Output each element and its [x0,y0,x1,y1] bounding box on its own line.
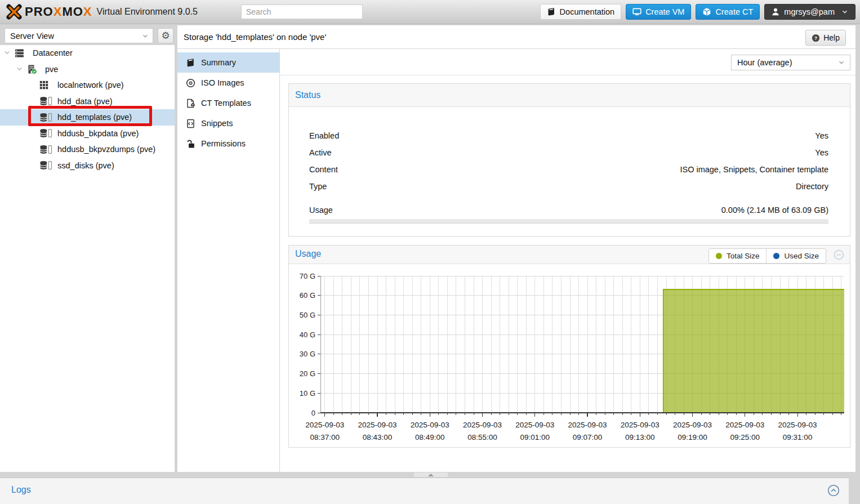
svg-text:08:43:00: 08:43:00 [363,433,393,441]
create-vm-label: Create VM [645,7,684,16]
svg-text:0: 0 [311,409,315,417]
documentation-label: Documentation [560,7,615,16]
usage-panel-title: Usage [295,249,321,259]
status-label: Type [309,182,327,191]
status-row-content: ContentISO image, Snippets, Container te… [309,165,828,174]
logs-splitter-handle[interactable] [414,472,448,477]
create-ct-button[interactable]: Create CT [696,4,760,20]
menu-item-label: Permissions [201,139,246,148]
chevron-down-icon [141,32,149,40]
menu-item-label: ISO Images [201,78,244,87]
storage-icon [39,128,52,138]
minus-circle-icon[interactable] [834,249,844,260]
legend-label: Used Size [784,252,819,260]
status-row-active: ActiveYes [309,148,828,157]
svg-text:70 G: 70 G [300,272,315,280]
tree-expander-icon[interactable] [3,49,11,57]
svg-text:09:25:00: 09:25:00 [730,433,760,441]
status-label: Enabled [309,131,339,140]
svg-text:2025-09-03: 2025-09-03 [621,421,660,429]
status-panel-header: Status [289,84,850,107]
tree-item-label: hdd_data (pve) [57,97,113,106]
tree-item-hdd-data-pve[interactable]: hdd_data (pve) [0,93,175,110]
legend-item-used-size[interactable]: Used Size [766,249,826,263]
tree-expander-icon[interactable] [16,65,24,73]
svg-text:2025-09-03: 2025-09-03 [778,421,817,429]
version-subtitle: Virtual Environment 9.0.5 [97,7,198,17]
tree-item-label: Datacenter [33,48,73,57]
status-label: Usage [309,206,333,215]
svg-text:2025-09-03: 2025-09-03 [358,421,396,429]
help-label: Help [823,33,840,42]
status-value: Yes [815,148,828,157]
svg-text:40 G: 40 G [300,331,315,339]
usage-progress-bar [309,219,828,224]
gear-icon: ⚙ [161,30,170,42]
legend-item-total-size[interactable]: Total Size [709,249,767,263]
status-row-usage: Usage0.00% (2.14 MB of 63.09 GB) [309,206,828,215]
svg-text:2025-09-03: 2025-09-03 [515,421,554,429]
svg-text:09:31:00: 09:31:00 [783,433,813,441]
menu-item-label: Summary [201,58,236,67]
resource-tree: Datacenterpvelocalnetwork (pve)hdd_data … [0,45,175,472]
view-selector[interactable]: Server View [5,28,153,43]
view-selector-value: Server View [10,32,54,41]
search-input[interactable] [241,5,363,19]
timeframe-select[interactable]: Hour (average) [731,55,850,70]
tree-item-datacenter[interactable]: Datacenter [0,45,175,61]
tree-item-ssd-disks-pve[interactable]: ssd_disks (pve) [0,158,175,174]
svg-text:60 G: 60 G [300,291,315,300]
user-icon [771,7,780,16]
svg-text:09:01:00: 09:01:00 [520,433,550,441]
legend-color-dot [773,253,779,259]
tree-item-pve[interactable]: pve [0,61,175,78]
svg-text:20 G: 20 G [300,369,315,378]
menu-item-ct-templates[interactable]: CT Templates [177,93,279,113]
documentation-button[interactable]: Documentation [540,4,622,20]
unlock-icon [186,139,195,149]
node-icon [27,64,37,74]
menu-item-summary[interactable]: Summary [177,52,279,73]
status-label: Content [309,165,338,174]
create-vm-button[interactable]: Create VM [626,4,691,20]
tree-item-hdd-templates-pve[interactable]: hdd_templates (pve) [0,109,175,126]
tree-item-label: localnetwork (pve) [57,81,124,90]
user-menu-button[interactable]: mgrsys@pam [764,4,855,20]
logs-title: Logs [11,485,31,495]
timeframe-value: Hour (average) [737,58,792,67]
tree-item-label: hdd_templates (pve) [57,113,132,122]
book-icon [547,7,556,16]
storage-icon [39,160,52,170]
tree-settings-button[interactable]: ⚙ [158,28,173,43]
tree-item-localnetwork-pve[interactable]: localnetwork (pve) [0,77,175,93]
svg-text:08:55:00: 08:55:00 [467,433,497,441]
create-ct-label: Create CT [715,7,753,16]
chart-legend: Total SizeUsed Size [709,248,826,264]
svg-text:09:13:00: 09:13:00 [625,433,655,441]
logs-bar[interactable]: Logs [0,478,849,504]
proxmox-logo: PROXMOX [6,3,92,20]
usage-panel: Usage Total SizeUsed Size 010 G20 G30 G4… [288,245,850,448]
menu-item-iso-images[interactable]: ISO Images [177,73,279,93]
chevron-down-icon [837,59,845,66]
timeframe-row: Hour (average) [280,49,855,75]
cd-icon [186,78,195,88]
user-label: mgrsys@pam [784,7,835,16]
chevron-up-circle-icon[interactable] [827,484,840,497]
cube-icon [702,7,711,16]
menu-item-permissions[interactable]: Permissions [177,133,279,154]
menu-item-label: CT Templates [201,99,251,108]
tree-item-hddusb-bkpdata-pve[interactable]: hddusb_bkpdata (pve) [0,126,175,142]
help-button[interactable]: ? Help [805,30,846,46]
book-icon [186,58,195,68]
network-icon [39,81,48,90]
menu-item-label: Snippets [201,119,233,128]
status-row-type: TypeDirectory [309,182,828,191]
chevron-down-icon [841,8,849,16]
legend-label: Total Size [727,252,760,260]
svg-text:2025-09-03: 2025-09-03 [305,421,344,429]
menu-item-snippets[interactable]: Snippets [177,113,279,133]
top-bar-actions: Documentation Create VM Create CT mgrsys… [540,4,855,20]
tree-item-hddusb-bkpvzdumps-pve[interactable]: hddusb_bkpvzdumps (pve) [0,141,175,158]
tree-item-label: ssd_disks (pve) [57,161,114,170]
